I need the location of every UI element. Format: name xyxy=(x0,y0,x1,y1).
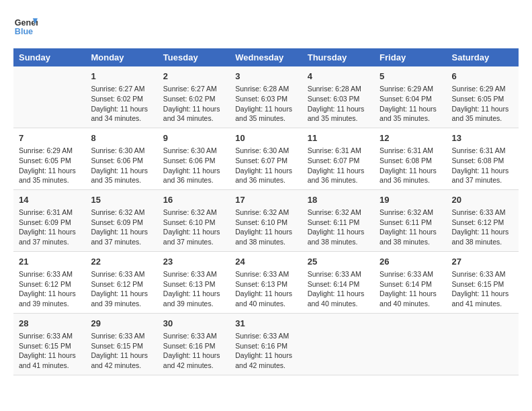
cell-w5-d5 xyxy=(302,313,374,375)
header-thursday: Thursday xyxy=(302,48,374,66)
cell-w2-d4: 10Sunrise: 6:30 AM Sunset: 6:07 PM Dayli… xyxy=(230,128,302,189)
header-wednesday: Wednesday xyxy=(230,48,302,66)
day-number: 22 xyxy=(91,256,152,268)
day-info: Sunrise: 6:29 AM Sunset: 6:05 PM Dayligh… xyxy=(452,84,513,124)
cell-w5-d6 xyxy=(374,313,446,375)
cell-w2-d3: 9Sunrise: 6:30 AM Sunset: 6:06 PM Daylig… xyxy=(158,128,230,189)
day-number: 11 xyxy=(308,132,369,144)
cell-w5-d2: 29Sunrise: 6:33 AM Sunset: 6:15 PM Dayli… xyxy=(85,313,157,375)
day-number: 3 xyxy=(235,71,296,83)
day-number: 18 xyxy=(308,194,369,206)
page-header: General Blue xyxy=(13,13,519,38)
cell-w5-d4: 31Sunrise: 6:33 AM Sunset: 6:16 PM Dayli… xyxy=(230,313,302,375)
cell-w4-d6: 26Sunrise: 6:33 AM Sunset: 6:14 PM Dayli… xyxy=(374,251,446,313)
day-number: 1 xyxy=(91,71,152,83)
day-number: 21 xyxy=(19,256,80,268)
day-info: Sunrise: 6:29 AM Sunset: 6:05 PM Dayligh… xyxy=(19,146,80,185)
cell-w5-d1: 28Sunrise: 6:33 AM Sunset: 6:15 PM Dayli… xyxy=(13,313,85,375)
day-number: 17 xyxy=(235,194,296,206)
day-info: Sunrise: 6:30 AM Sunset: 6:06 PM Dayligh… xyxy=(91,146,152,185)
day-info: Sunrise: 6:30 AM Sunset: 6:06 PM Dayligh… xyxy=(163,146,224,185)
cell-w1-d6: 5Sunrise: 6:29 AM Sunset: 6:04 PM Daylig… xyxy=(374,66,446,128)
cell-w5-d3: 30Sunrise: 6:33 AM Sunset: 6:16 PM Dayli… xyxy=(158,313,230,375)
cell-w2-d6: 12Sunrise: 6:31 AM Sunset: 6:08 PM Dayli… xyxy=(374,128,446,189)
day-info: Sunrise: 6:33 AM Sunset: 6:14 PM Dayligh… xyxy=(380,269,441,309)
cell-w3-d7: 20Sunrise: 6:33 AM Sunset: 6:12 PM Dayli… xyxy=(447,189,519,251)
day-info: Sunrise: 6:33 AM Sunset: 6:12 PM Dayligh… xyxy=(452,208,513,247)
cell-w3-d2: 15Sunrise: 6:32 AM Sunset: 6:09 PM Dayli… xyxy=(85,189,157,251)
day-number: 25 xyxy=(308,256,369,268)
cell-w2-d2: 8Sunrise: 6:30 AM Sunset: 6:06 PM Daylig… xyxy=(85,128,157,189)
cell-w1-d5: 4Sunrise: 6:28 AM Sunset: 6:03 PM Daylig… xyxy=(302,66,374,128)
day-number: 24 xyxy=(235,256,296,268)
header-friday: Friday xyxy=(374,48,446,66)
header-tuesday: Tuesday xyxy=(158,48,230,66)
cell-w4-d2: 22Sunrise: 6:33 AM Sunset: 6:12 PM Dayli… xyxy=(85,251,157,313)
cell-w2-d1: 7Sunrise: 6:29 AM Sunset: 6:05 PM Daylig… xyxy=(13,128,85,189)
cell-w1-d3: 2Sunrise: 6:27 AM Sunset: 6:02 PM Daylig… xyxy=(158,66,230,128)
cell-w1-d2: 1Sunrise: 6:27 AM Sunset: 6:02 PM Daylig… xyxy=(85,66,157,128)
svg-text:Blue: Blue xyxy=(15,27,33,36)
day-info: Sunrise: 6:33 AM Sunset: 6:15 PM Dayligh… xyxy=(91,331,152,371)
day-info: Sunrise: 6:32 AM Sunset: 6:11 PM Dayligh… xyxy=(380,208,441,247)
calendar-table: SundayMondayTuesdayWednesdayThursdayFrid… xyxy=(13,48,519,375)
week-row-2: 7Sunrise: 6:29 AM Sunset: 6:05 PM Daylig… xyxy=(13,128,519,189)
week-row-5: 28Sunrise: 6:33 AM Sunset: 6:15 PM Dayli… xyxy=(13,313,519,375)
day-info: Sunrise: 6:33 AM Sunset: 6:16 PM Dayligh… xyxy=(235,331,296,371)
cell-w4-d4: 24Sunrise: 6:33 AM Sunset: 6:13 PM Dayli… xyxy=(230,251,302,313)
day-info: Sunrise: 6:32 AM Sunset: 6:10 PM Dayligh… xyxy=(235,208,296,247)
day-info: Sunrise: 6:33 AM Sunset: 6:16 PM Dayligh… xyxy=(163,331,224,371)
day-info: Sunrise: 6:31 AM Sunset: 6:08 PM Dayligh… xyxy=(380,146,441,185)
day-number: 2 xyxy=(163,71,224,83)
cell-w3-d3: 16Sunrise: 6:32 AM Sunset: 6:10 PM Dayli… xyxy=(158,189,230,251)
day-number: 7 xyxy=(19,132,80,144)
cell-w1-d7: 6Sunrise: 6:29 AM Sunset: 6:05 PM Daylig… xyxy=(447,66,519,128)
day-info: Sunrise: 6:28 AM Sunset: 6:03 PM Dayligh… xyxy=(308,84,369,124)
day-number: 4 xyxy=(308,71,369,83)
header-sunday: Sunday xyxy=(13,48,85,66)
day-number: 19 xyxy=(380,194,441,206)
day-number: 13 xyxy=(452,132,513,144)
day-number: 5 xyxy=(380,71,441,83)
cell-w1-d1 xyxy=(13,66,85,128)
day-number: 10 xyxy=(235,132,296,144)
cell-w4-d1: 21Sunrise: 6:33 AM Sunset: 6:12 PM Dayli… xyxy=(13,251,85,313)
cell-w3-d6: 19Sunrise: 6:32 AM Sunset: 6:11 PM Dayli… xyxy=(374,189,446,251)
cell-w4-d3: 23Sunrise: 6:33 AM Sunset: 6:13 PM Dayli… xyxy=(158,251,230,313)
day-number: 23 xyxy=(163,256,224,268)
day-number: 26 xyxy=(380,256,441,268)
cell-w5-d7 xyxy=(447,313,519,375)
day-number: 14 xyxy=(19,194,80,206)
cell-w3-d4: 17Sunrise: 6:32 AM Sunset: 6:10 PM Dayli… xyxy=(230,189,302,251)
day-info: Sunrise: 6:33 AM Sunset: 6:15 PM Dayligh… xyxy=(452,269,513,309)
logo-icon: General Blue xyxy=(13,13,38,38)
day-number: 12 xyxy=(380,132,441,144)
day-number: 15 xyxy=(91,194,152,206)
day-info: Sunrise: 6:33 AM Sunset: 6:14 PM Dayligh… xyxy=(308,269,369,309)
week-row-4: 21Sunrise: 6:33 AM Sunset: 6:12 PM Dayli… xyxy=(13,251,519,313)
logo: General Blue xyxy=(13,13,38,38)
cell-w3-d1: 14Sunrise: 6:31 AM Sunset: 6:09 PM Dayli… xyxy=(13,189,85,251)
day-info: Sunrise: 6:29 AM Sunset: 6:04 PM Dayligh… xyxy=(380,84,441,124)
day-info: Sunrise: 6:31 AM Sunset: 6:07 PM Dayligh… xyxy=(308,146,369,185)
day-number: 8 xyxy=(91,132,152,144)
cell-w2-d7: 13Sunrise: 6:31 AM Sunset: 6:08 PM Dayli… xyxy=(447,128,519,189)
day-info: Sunrise: 6:32 AM Sunset: 6:10 PM Dayligh… xyxy=(163,208,224,247)
header-monday: Monday xyxy=(85,48,157,66)
day-info: Sunrise: 6:33 AM Sunset: 6:12 PM Dayligh… xyxy=(91,269,152,309)
cell-w3-d5: 18Sunrise: 6:32 AM Sunset: 6:11 PM Dayli… xyxy=(302,189,374,251)
day-info: Sunrise: 6:31 AM Sunset: 6:08 PM Dayligh… xyxy=(452,146,513,185)
day-info: Sunrise: 6:33 AM Sunset: 6:12 PM Dayligh… xyxy=(19,269,80,309)
day-number: 29 xyxy=(91,318,152,330)
cell-w4-d7: 27Sunrise: 6:33 AM Sunset: 6:15 PM Dayli… xyxy=(447,251,519,313)
week-row-3: 14Sunrise: 6:31 AM Sunset: 6:09 PM Dayli… xyxy=(13,189,519,251)
day-info: Sunrise: 6:27 AM Sunset: 6:02 PM Dayligh… xyxy=(163,84,224,124)
day-number: 31 xyxy=(235,318,296,330)
day-info: Sunrise: 6:30 AM Sunset: 6:07 PM Dayligh… xyxy=(235,146,296,185)
day-info: Sunrise: 6:33 AM Sunset: 6:13 PM Dayligh… xyxy=(235,269,296,309)
day-number: 20 xyxy=(452,194,513,206)
day-number: 27 xyxy=(452,256,513,268)
day-info: Sunrise: 6:33 AM Sunset: 6:15 PM Dayligh… xyxy=(19,331,80,371)
day-info: Sunrise: 6:32 AM Sunset: 6:11 PM Dayligh… xyxy=(308,208,369,247)
week-row-1: 1Sunrise: 6:27 AM Sunset: 6:02 PM Daylig… xyxy=(13,66,519,128)
